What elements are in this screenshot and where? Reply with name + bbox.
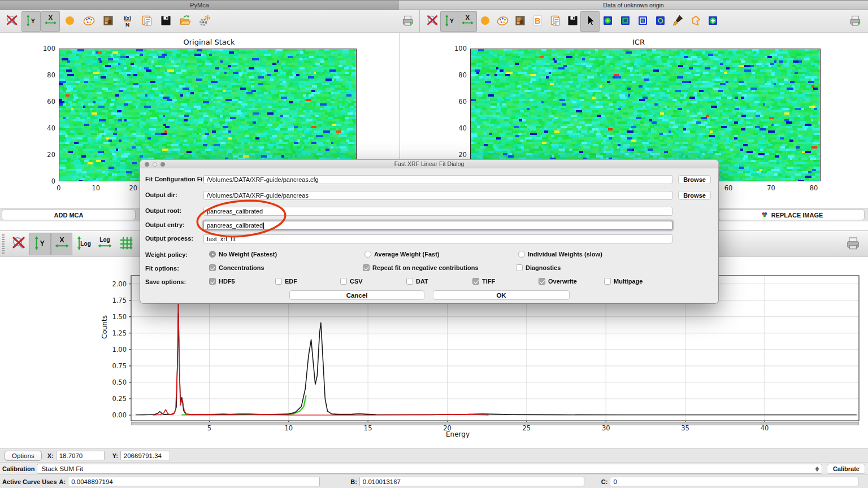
close-icon[interactable]: [145, 162, 149, 167]
y-coord-value[interactable]: 20669791.34: [120, 451, 170, 460]
flip-image-button[interactable]: [615, 11, 635, 32]
brush-button[interactable]: [668, 11, 687, 32]
checkbox-icon: [406, 278, 413, 285]
minimize-icon[interactable]: [153, 162, 157, 167]
dialog-titlebar[interactable]: Fast XRF Linear Fit Dialog: [140, 160, 718, 168]
zoom-reset-button[interactable]: [8, 233, 29, 255]
clipboard-button[interactable]: [545, 11, 565, 32]
spectrum-scrollbar[interactable]: [131, 422, 859, 425]
polygon-button[interactable]: [685, 11, 705, 32]
printer-icon: [401, 14, 414, 29]
dat-label: DAT: [416, 278, 428, 285]
left-window-title: PyMca: [190, 2, 209, 8]
axis-tick-label: 20: [41, 151, 55, 159]
green-curve: [181, 395, 306, 415]
add-mca-button[interactable]: ADD MCA: [2, 210, 136, 220]
settings-button[interactable]: [194, 11, 214, 32]
palette-button[interactable]: [79, 11, 98, 32]
csv-checkbox[interactable]: CSV: [340, 278, 363, 285]
output-root-input[interactable]: pancreas_calibrated: [203, 207, 672, 216]
svg-text:35: 35: [681, 424, 689, 432]
output-dir-input[interactable]: /Volumes/DATA/XRF-guide/pancreas: [203, 191, 672, 200]
colormap-image-button[interactable]: [598, 11, 617, 32]
concentrations-label: Concentrations: [219, 264, 264, 271]
coef-a-value[interactable]: 0.0048897194: [68, 477, 320, 486]
background-button[interactable]: B: [528, 11, 547, 32]
csv-label: CSV: [350, 278, 363, 285]
svg-text:1.75: 1.75: [112, 297, 127, 304]
zoom-reset-button[interactable]: [2, 11, 21, 32]
save-button[interactable]: [156, 11, 175, 32]
image-button[interactable]: [510, 11, 530, 32]
x-log-button[interactable]: Log: [94, 233, 115, 255]
x-autoscale-button[interactable]: X: [458, 11, 477, 32]
left-window-titlebar[interactable]: PyMca: [0, 0, 399, 10]
coef-c-value[interactable]: 0: [610, 477, 858, 486]
y-autoscale-button[interactable]: Y: [29, 233, 51, 255]
pymca-app: PyMca Data of unknown origin YXI(x)N YXB…: [0, 0, 868, 488]
zoom-reset-button[interactable]: [423, 11, 442, 32]
fit-configuration-file-input[interactable]: /Volumes/DATA/XRF-guide/pancreas.cfg: [203, 175, 672, 184]
fit-configuration-file-browse-button[interactable]: Browse: [678, 175, 711, 184]
repeat-fit-on-negative-contributions-checkbox[interactable]: Repeat fit on negative contributions: [363, 264, 479, 271]
output-entry-input[interactable]: pancreas_calibrated: [203, 221, 672, 230]
coef-b-value[interactable]: 0.010013167: [359, 477, 584, 486]
svg-text:15: 15: [364, 424, 372, 432]
x-autoscale-button[interactable]: X: [41, 11, 60, 32]
tiff-checkbox[interactable]: TIFF: [472, 278, 495, 285]
concentrations-checkbox[interactable]: Concentrations: [209, 264, 264, 271]
colormap-dot-button[interactable]: [475, 11, 494, 32]
average-weight-fast-radio[interactable]: Average Weight (Fast): [364, 251, 440, 258]
y-axis-label: Counts: [101, 315, 108, 339]
output-dir-browse-button[interactable]: Browse: [678, 191, 711, 200]
calibrate-button[interactable]: Calibrate: [827, 464, 865, 474]
y-autoscale-button[interactable]: Y: [440, 11, 459, 32]
clipboard-button[interactable]: [137, 11, 156, 32]
edf-checkbox[interactable]: EDF: [275, 278, 297, 285]
individual-weights-slow-radio[interactable]: Individual Weights (slow): [518, 251, 602, 258]
save-button[interactable]: [563, 11, 582, 32]
y-autoscale-button[interactable]: Y: [21, 11, 41, 32]
dropdown-stepper-icon[interactable]: [813, 465, 821, 473]
colormap-dot-button[interactable]: [60, 11, 79, 32]
zoom-reset-icon: [6, 14, 19, 29]
dat-checkbox[interactable]: DAT: [406, 278, 428, 285]
crop-image-button[interactable]: [633, 11, 652, 32]
options-button[interactable]: Options: [5, 451, 42, 461]
pointer-button[interactable]: [580, 11, 600, 32]
diagnostics-checkbox[interactable]: Diagnostics: [516, 264, 561, 271]
image-button[interactable]: [98, 11, 118, 32]
fit-configuration-file-label: Fit Configuration File:: [145, 176, 210, 182]
rotate-image-button[interactable]: [650, 11, 670, 32]
hdf5-checkbox[interactable]: HDF5: [209, 278, 235, 285]
normalization-button[interactable]: I(x)N: [118, 11, 137, 32]
grid-icon: [119, 236, 134, 253]
x-coord-value[interactable]: 18.7070: [56, 451, 105, 460]
toolbar-drag-handle[interactable]: [2, 234, 5, 254]
replace-image-button[interactable]: REPLACE IMAGE: [719, 210, 865, 220]
svg-text:N: N: [125, 21, 129, 27]
cancel-button[interactable]: Cancel: [289, 290, 424, 300]
print-button-left[interactable]: [398, 11, 417, 32]
print-button-right[interactable]: [845, 11, 865, 32]
add-image-button[interactable]: [703, 11, 722, 32]
y-log-button[interactable]: Log: [72, 233, 94, 255]
palette-button[interactable]: [493, 11, 512, 32]
print-button-spectrum[interactable]: [842, 233, 863, 255]
multipage-checkbox[interactable]: Multipage: [604, 278, 643, 285]
overwrite-label: Overwrite: [548, 278, 577, 285]
no-weight-fastest-radio[interactable]: No Weight (Fastest): [209, 251, 277, 258]
right-window-titlebar[interactable]: Data of unknown origin: [399, 0, 868, 10]
calibration-dropdown[interactable]: Stack SUM Fit: [37, 464, 822, 474]
ok-button[interactable]: OK: [433, 290, 570, 300]
axis-tick-label: 70: [763, 184, 780, 192]
overwrite-checkbox[interactable]: Overwrite: [539, 278, 577, 285]
x-autoscale-button[interactable]: X: [51, 233, 72, 255]
radio-selected-icon: [209, 251, 216, 258]
grid-button[interactable]: [115, 233, 137, 255]
svg-text:0.50: 0.50: [112, 378, 127, 386]
zoom-window-icon[interactable]: [160, 162, 165, 167]
open-button[interactable]: [175, 11, 194, 32]
svg-text:X: X: [465, 14, 470, 21]
output-process-input[interactable]: fast_xrf_fit: [203, 234, 672, 243]
